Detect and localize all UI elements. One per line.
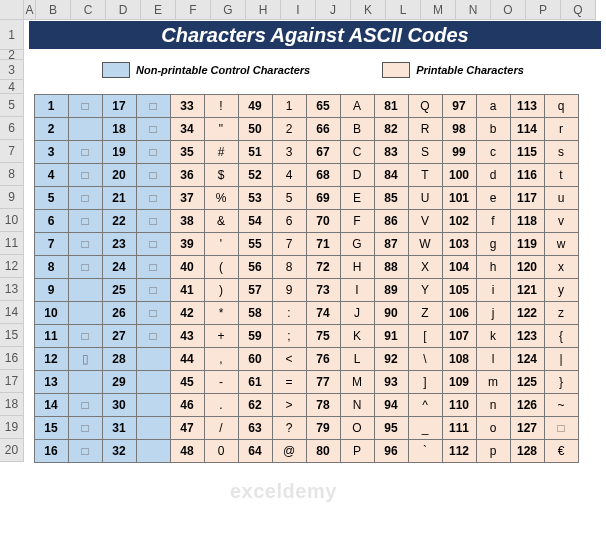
ascii-char-cell[interactable]: U (408, 186, 443, 210)
ascii-code-cell[interactable]: 57 (238, 278, 273, 302)
ascii-char-cell[interactable]: R (408, 117, 443, 141)
ascii-char-cell[interactable]: E (340, 186, 375, 210)
ascii-code-cell[interactable]: 61 (238, 370, 273, 394)
ascii-char-cell[interactable]: & (204, 209, 239, 233)
ascii-char-cell[interactable]: , (204, 347, 239, 371)
ascii-char-cell[interactable]: e (476, 186, 511, 210)
ascii-code-cell[interactable]: 121 (510, 278, 545, 302)
ascii-code-cell[interactable]: 114 (510, 117, 545, 141)
ascii-char-cell[interactable]: N (340, 393, 375, 417)
ascii-code-cell[interactable]: 38 (170, 209, 205, 233)
column-header[interactable]: J (316, 0, 351, 20)
ascii-char-cell[interactable]: □ (136, 232, 171, 256)
ascii-char-cell[interactable]: □ (68, 439, 103, 463)
ascii-code-cell[interactable]: 124 (510, 347, 545, 371)
ascii-char-cell[interactable]: @ (272, 439, 307, 463)
ascii-code-cell[interactable]: 58 (238, 301, 273, 325)
ascii-char-cell[interactable]: □ (68, 324, 103, 348)
ascii-char-cell[interactable]: / (204, 416, 239, 440)
ascii-char-cell[interactable]: y (544, 278, 579, 302)
ascii-code-cell[interactable]: 42 (170, 301, 205, 325)
ascii-char-cell[interactable]: s (544, 140, 579, 164)
column-header[interactable]: B (36, 0, 71, 20)
ascii-code-cell[interactable]: 108 (442, 347, 477, 371)
ascii-char-cell[interactable]: ? (272, 416, 307, 440)
ascii-code-cell[interactable]: 40 (170, 255, 205, 279)
ascii-code-cell[interactable]: 89 (374, 278, 409, 302)
row-header[interactable]: 5 (0, 94, 24, 117)
ascii-code-cell[interactable]: 100 (442, 163, 477, 187)
ascii-code-cell[interactable]: 123 (510, 324, 545, 348)
ascii-char-cell[interactable]: ▯ (68, 347, 103, 371)
ascii-code-cell[interactable]: 31 (102, 416, 137, 440)
ascii-char-cell[interactable]: □ (68, 209, 103, 233)
ascii-char-cell[interactable]: q (544, 94, 579, 118)
ascii-code-cell[interactable]: 8 (34, 255, 69, 279)
ascii-char-cell[interactable] (136, 347, 171, 371)
ascii-code-cell[interactable]: 20 (102, 163, 137, 187)
ascii-char-cell[interactable]: d (476, 163, 511, 187)
ascii-code-cell[interactable]: 86 (374, 209, 409, 233)
ascii-char-cell[interactable]: S (408, 140, 443, 164)
ascii-char-cell[interactable]: I (340, 278, 375, 302)
ascii-char-cell[interactable]: □ (136, 94, 171, 118)
ascii-code-cell[interactable]: 2 (34, 117, 69, 141)
ascii-code-cell[interactable]: 77 (306, 370, 341, 394)
row-header[interactable]: 16 (0, 347, 24, 370)
column-header[interactable]: G (211, 0, 246, 20)
ascii-char-cell[interactable]: H (340, 255, 375, 279)
ascii-char-cell[interactable]: w (544, 232, 579, 256)
ascii-code-cell[interactable]: 127 (510, 416, 545, 440)
ascii-char-cell[interactable]: □ (68, 416, 103, 440)
column-header[interactable]: O (491, 0, 526, 20)
ascii-char-cell[interactable]: h (476, 255, 511, 279)
ascii-code-cell[interactable]: 78 (306, 393, 341, 417)
ascii-code-cell[interactable]: 48 (170, 439, 205, 463)
column-header[interactable]: K (351, 0, 386, 20)
ascii-char-cell[interactable]: 3 (272, 140, 307, 164)
ascii-char-cell[interactable]: A (340, 94, 375, 118)
ascii-code-cell[interactable]: 28 (102, 347, 137, 371)
ascii-code-cell[interactable]: 17 (102, 94, 137, 118)
ascii-code-cell[interactable]: 22 (102, 209, 137, 233)
ascii-code-cell[interactable]: 125 (510, 370, 545, 394)
ascii-char-cell[interactable]: ; (272, 324, 307, 348)
ascii-code-cell[interactable]: 80 (306, 439, 341, 463)
ascii-char-cell[interactable]: | (544, 347, 579, 371)
row-header[interactable]: 14 (0, 301, 24, 324)
ascii-char-cell[interactable]: o (476, 416, 511, 440)
ascii-code-cell[interactable]: 49 (238, 94, 273, 118)
ascii-char-cell[interactable]: Q (408, 94, 443, 118)
ascii-char-cell[interactable]: □ (68, 186, 103, 210)
column-header[interactable]: C (71, 0, 106, 20)
ascii-code-cell[interactable]: 55 (238, 232, 273, 256)
ascii-char-cell[interactable]: * (204, 301, 239, 325)
ascii-code-cell[interactable]: 82 (374, 117, 409, 141)
ascii-char-cell[interactable]: 4 (272, 163, 307, 187)
row-header[interactable]: 1 (0, 20, 24, 50)
ascii-char-cell[interactable]: \ (408, 347, 443, 371)
ascii-code-cell[interactable]: 21 (102, 186, 137, 210)
row-header[interactable]: 2 (0, 50, 24, 60)
ascii-code-cell[interactable]: 70 (306, 209, 341, 233)
ascii-char-cell[interactable] (136, 370, 171, 394)
ascii-char-cell[interactable]: 0 (204, 439, 239, 463)
ascii-char-cell[interactable]: L (340, 347, 375, 371)
ascii-code-cell[interactable]: 44 (170, 347, 205, 371)
ascii-code-cell[interactable]: 75 (306, 324, 341, 348)
ascii-char-cell[interactable]: □ (136, 255, 171, 279)
column-header[interactable]: Q (561, 0, 596, 20)
ascii-code-cell[interactable]: 109 (442, 370, 477, 394)
ascii-code-cell[interactable]: 103 (442, 232, 477, 256)
ascii-code-cell[interactable]: 59 (238, 324, 273, 348)
ascii-char-cell[interactable]: □ (136, 209, 171, 233)
ascii-char-cell[interactable]: □ (136, 301, 171, 325)
ascii-char-cell[interactable]: . (204, 393, 239, 417)
ascii-char-cell[interactable]: > (272, 393, 307, 417)
ascii-code-cell[interactable]: 25 (102, 278, 137, 302)
column-header[interactable]: A (24, 0, 36, 20)
row-header[interactable]: 4 (0, 80, 24, 94)
column-header[interactable]: D (106, 0, 141, 20)
ascii-code-cell[interactable]: 15 (34, 416, 69, 440)
row-header[interactable]: 10 (0, 209, 24, 232)
